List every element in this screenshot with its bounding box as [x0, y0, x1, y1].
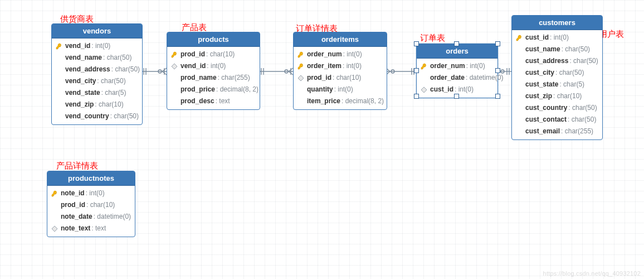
column[interactable]: note_id: int(0): [47, 187, 135, 199]
column[interactable]: cust_email: char(255): [512, 126, 602, 137]
blank-icon: [515, 128, 523, 136]
column-name: quantity: [307, 85, 333, 94]
column[interactable]: prod_id: char(10): [47, 199, 135, 211]
column-type: : char(10): [333, 73, 361, 83]
column-name: vend_city: [65, 76, 96, 86]
blank-icon: [55, 113, 63, 121]
selection-handle[interactable]: [495, 41, 500, 46]
foreign-key-icon: [297, 74, 305, 82]
selection-handle[interactable]: [495, 94, 500, 99]
column[interactable]: vend_state: char(5): [52, 87, 142, 99]
column-type: : char(255): [218, 73, 250, 83]
column-type: : decimal(8, 2): [341, 97, 384, 106]
column[interactable]: cust_id: int(0): [512, 32, 602, 44]
watermark: https://blog.csdn.net/qq_40932102: [543, 270, 641, 277]
primary-key-icon: [297, 63, 304, 70]
column[interactable]: vend_zip: char(10): [52, 99, 142, 110]
column-type: : decimal(8, 2): [216, 85, 258, 94]
svg-line-9: [289, 68, 293, 71]
blank-icon: [170, 86, 178, 94]
column[interactable]: note_text: text: [47, 223, 135, 234]
column-name: order_date: [430, 73, 465, 83]
column-type: : char(10): [206, 50, 235, 59]
column[interactable]: vend_name: char(50): [52, 52, 142, 64]
column-name: prod_name: [180, 73, 217, 83]
column-name: vend_zip: [65, 100, 94, 109]
column[interactable]: cust_state: char(5): [512, 79, 602, 90]
column[interactable]: vend_city: char(50): [52, 75, 142, 87]
column[interactable]: prod_desc: text: [167, 95, 260, 107]
blank-icon: [170, 98, 178, 105]
column[interactable]: vend_id: int(0): [52, 40, 142, 52]
column-type: : int(0): [207, 61, 226, 71]
diagram-canvas[interactable]: 供货商表 vendors vend_id: int(0)vend_name: c…: [0, 0, 644, 279]
column[interactable]: cust_zip: char(10): [512, 90, 602, 102]
table-orderitems[interactable]: orderitems order_num: int(0)order_item: …: [293, 32, 387, 110]
column-type: : char(5): [101, 88, 126, 98]
blank-icon: [297, 86, 305, 94]
annotation-productnotes: 产品详情表: [56, 161, 98, 171]
blank-icon: [51, 201, 58, 209]
column-name: cust_contact: [525, 115, 567, 124]
column[interactable]: cust_city: char(50): [512, 67, 602, 79]
column-name: vend_address: [65, 65, 110, 74]
column[interactable]: note_date: datetime(0): [47, 211, 135, 223]
column[interactable]: prod_name: char(255): [167, 72, 260, 84]
column[interactable]: order_date: datetime(0): [417, 72, 497, 84]
table-title: products: [167, 32, 260, 47]
svg-point-14: [391, 70, 394, 73]
blank-icon: [515, 104, 523, 112]
column-name: cust_state: [525, 80, 558, 89]
column-type: : char(10): [86, 200, 115, 210]
primary-key-icon: [297, 62, 305, 70]
column-type: : char(10): [95, 100, 123, 109]
column[interactable]: item_price: decimal(8, 2): [294, 95, 387, 107]
columns-list: order_num: int(0)order_item: int(0)prod_…: [294, 47, 387, 109]
column[interactable]: order_item: int(0): [294, 60, 387, 72]
column-type: : char(50): [562, 45, 590, 54]
column[interactable]: vend_address: char(50): [52, 64, 142, 75]
selection-handle[interactable]: [414, 68, 419, 73]
column[interactable]: cust_name: char(50): [512, 44, 602, 55]
selection-handle[interactable]: [495, 68, 500, 73]
primary-key-icon: [55, 42, 63, 50]
column-type: : int(0): [550, 33, 569, 42]
column-name: note_text: [61, 224, 90, 233]
column[interactable]: cust_address: char(50): [512, 55, 602, 67]
column[interactable]: prod_id: char(10): [294, 72, 387, 84]
column[interactable]: order_num: int(0): [417, 60, 497, 72]
foreign-key-icon: [420, 86, 428, 94]
column-name: vend_id: [180, 61, 206, 71]
column[interactable]: vend_id: int(0): [167, 60, 260, 72]
table-vendors[interactable]: vendors vend_id: int(0)vend_name: char(5…: [51, 23, 143, 125]
table-customers[interactable]: customers cust_id: int(0)cust_name: char…: [511, 15, 603, 140]
primary-key-icon: [516, 35, 523, 41]
selection-handle[interactable]: [454, 41, 459, 46]
table-products[interactable]: products prod_id: char(10)vend_id: int(0…: [167, 32, 260, 110]
primary-key-icon: [420, 62, 428, 70]
column-name: prod_id: [180, 50, 205, 59]
column-name: cust_zip: [525, 92, 552, 101]
blank-icon: [515, 116, 523, 124]
selection-handle[interactable]: [414, 94, 419, 99]
column-type: : char(10): [553, 92, 582, 101]
column-type: : int(0): [334, 85, 353, 94]
column-name: note_id: [61, 189, 85, 198]
column[interactable]: vend_country: char(50): [52, 110, 142, 122]
column[interactable]: quantity: int(0): [294, 84, 387, 95]
blank-icon: [55, 101, 63, 109]
column[interactable]: order_num: int(0): [294, 49, 387, 60]
column-type: : char(50): [568, 115, 596, 124]
selection-handle[interactable]: [454, 94, 459, 99]
selection-handle[interactable]: [414, 41, 419, 46]
column-name: vend_name: [65, 53, 102, 62]
column[interactable]: prod_price: decimal(8, 2): [167, 84, 260, 95]
table-orders[interactable]: orders order_num: int(0)order_date: date…: [416, 44, 498, 98]
column[interactable]: cust_country: char(50): [512, 102, 602, 114]
column-name: cust_id: [525, 33, 549, 42]
column-name: order_num: [307, 50, 342, 59]
table-productnotes[interactable]: productnotes note_id: int(0)prod_id: cha…: [47, 171, 135, 237]
column[interactable]: cust_contact: char(50): [512, 114, 602, 126]
column[interactable]: prod_id: char(10): [167, 49, 260, 60]
column-type: : int(0): [455, 85, 474, 94]
